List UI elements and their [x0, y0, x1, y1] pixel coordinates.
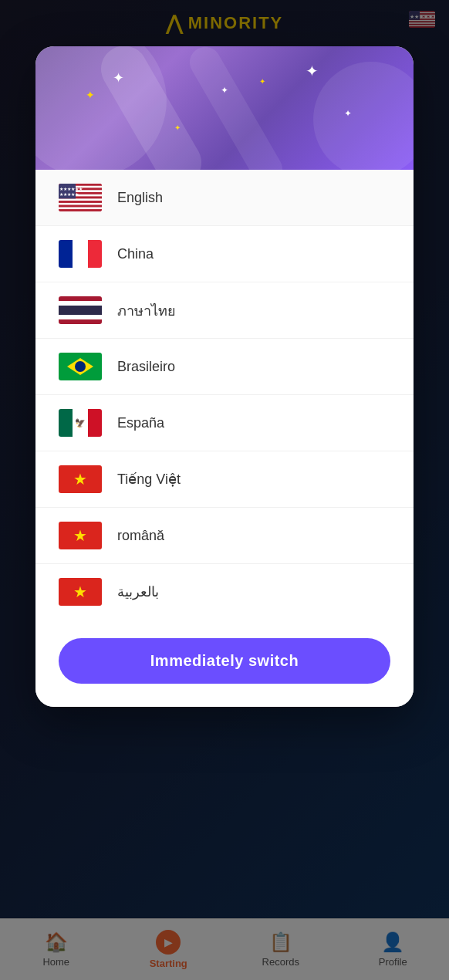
svg-rect-26: [59, 203, 102, 205]
switch-button[interactable]: Immediately switch: [59, 638, 390, 684]
language-option-arabic[interactable]: ★ بالعربية: [35, 564, 414, 620]
language-option-china[interactable]: China: [35, 226, 414, 282]
sparkle-yellow-1: ✦: [86, 89, 95, 101]
flag-espana: 🦅: [59, 409, 102, 437]
flag-english: ★★★★★★ ★★★★★: [59, 184, 102, 211]
flag-china: [59, 240, 102, 268]
sparkle-yellow-3: ✦: [259, 77, 265, 86]
language-name-arabic: بالعربية: [117, 583, 159, 600]
language-name-english: English: [117, 190, 163, 206]
svg-rect-28: [59, 207, 102, 209]
arabic-star: ★: [73, 584, 87, 600]
modal-footer: Immediately switch: [35, 620, 414, 707]
svg-rect-29: [59, 209, 102, 211]
svg-text:★★★★★★: ★★★★★★: [59, 187, 83, 191]
flag-thai: [59, 296, 102, 324]
romania-star: ★: [73, 528, 87, 543]
language-option-english[interactable]: ★★★★★★ ★★★★★ English: [35, 170, 414, 226]
language-name-brasileiro: Brasileiro: [117, 359, 175, 375]
modal-header: ✦ ✦ ✦ ✦ ✦ ✦ ✦: [35, 46, 414, 170]
sparkle-4: ✦: [344, 108, 352, 119]
language-option-brasileiro[interactable]: Brasileiro: [35, 339, 414, 395]
language-name-china: China: [117, 246, 154, 262]
language-name-vietnamese: Tiếng Việt: [117, 471, 181, 488]
vietnam-star: ★: [73, 471, 87, 487]
language-name-romanian: română: [117, 528, 164, 544]
language-modal: ✦ ✦ ✦ ✦ ✦ ✦ ✦: [35, 46, 414, 707]
svg-rect-24: [59, 198, 102, 201]
svg-rect-25: [59, 201, 102, 203]
sparkle-3: ✦: [306, 62, 319, 80]
language-name-espana: España: [117, 415, 164, 431]
flag-romanian: ★: [59, 522, 102, 549]
language-name-thai: ภาษาไทย: [117, 299, 176, 322]
svg-text:★★★★★: ★★★★★: [59, 192, 79, 197]
flag-arabic: ★: [59, 578, 102, 606]
language-list: ★★★★★★ ★★★★★ English China: [35, 170, 414, 620]
language-option-vietnamese[interactable]: ★ Tiếng Việt: [35, 451, 414, 508]
language-option-romanian[interactable]: ★ română: [35, 508, 414, 564]
language-option-espana[interactable]: 🦅 España: [35, 395, 414, 451]
flag-vietnamese: ★: [59, 465, 102, 493]
flag-brasileiro: [59, 353, 102, 380]
svg-rect-27: [59, 205, 102, 208]
language-option-thai[interactable]: ภาษาไทย: [35, 282, 414, 339]
